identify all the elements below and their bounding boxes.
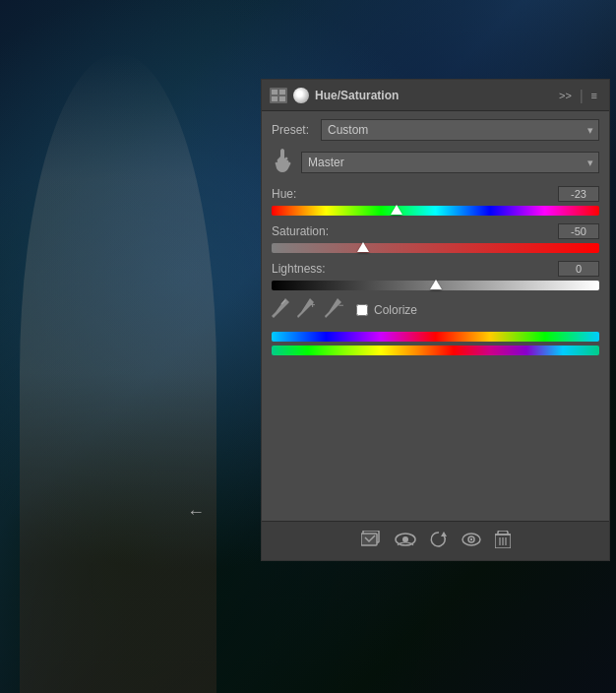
hue-value[interactable] <box>558 186 599 202</box>
preset-row: Preset: CustomDefaultCyanotypeIncrease C… <box>272 119 599 141</box>
clip-to-layer-button[interactable] <box>361 531 381 552</box>
channel-row: MasterRedsYellowsGreensCyansBluesMagenta… <box>272 149 599 176</box>
lightness-header: Lightness: <box>272 261 599 277</box>
lightness-track[interactable] <box>272 281 599 290</box>
separator: | <box>580 88 584 103</box>
hue-ramp-bottom <box>272 346 599 355</box>
properties-panel: Hue/Saturation >> | ≡ Preset: CustomDefa… <box>261 79 610 561</box>
delete-button[interactable] <box>495 531 511 552</box>
svg-text:+: + <box>310 300 315 310</box>
svg-text:−: − <box>339 300 343 310</box>
hue-slider-section: Hue: <box>272 186 599 216</box>
hue-thumb[interactable] <box>391 205 402 215</box>
svg-point-15 <box>469 537 471 539</box>
svg-marker-12 <box>441 532 447 536</box>
lightness-label: Lightness: <box>272 262 326 276</box>
hue-track[interactable] <box>272 206 599 216</box>
saturation-label: Saturation: <box>272 224 329 238</box>
arrow-indicator: ← <box>187 502 205 523</box>
saturation-value[interactable] <box>558 223 599 239</box>
preset-select-wrapper[interactable]: CustomDefaultCyanotypeIncrease ContrastO… <box>321 119 599 141</box>
colorize-checkbox[interactable] <box>356 304 368 316</box>
svg-rect-4 <box>279 96 285 101</box>
layer-icon <box>270 88 287 103</box>
eyedropper-tools: + − <box>272 298 344 322</box>
saturation-header: Saturation: <box>272 223 599 239</box>
figure-silhouette <box>20 53 216 693</box>
expand-button[interactable]: >> <box>555 88 576 103</box>
panel-header: Hue/Saturation >> | ≡ <box>262 80 609 111</box>
visibility-button[interactable] <box>395 532 416 551</box>
colorize-label: Colorize <box>374 303 417 317</box>
channel-select-wrapper[interactable]: MasterRedsYellowsGreensCyansBluesMagenta… <box>301 152 599 173</box>
svg-rect-3 <box>279 90 285 94</box>
hue-sat-icon <box>293 88 309 103</box>
panel-title: Hue/Saturation <box>315 89 399 102</box>
finger-tool-icon[interactable] <box>272 149 295 176</box>
color-ramps <box>272 332 599 355</box>
svg-point-11 <box>402 536 408 542</box>
lightness-thumb[interactable] <box>430 280 442 289</box>
saturation-track[interactable] <box>272 243 599 253</box>
preset-label: Preset: <box>272 123 321 137</box>
svg-rect-2 <box>272 96 277 101</box>
panel-body: Preset: CustomDefaultCyanotypeIncrease C… <box>262 111 609 375</box>
saturation-thumb[interactable] <box>357 242 369 252</box>
channel-select[interactable]: MasterRedsYellowsGreensCyansBluesMagenta… <box>301 152 599 173</box>
bottom-toolbar <box>262 521 609 560</box>
colorize-group: Colorize <box>356 303 417 317</box>
hue-header: Hue: <box>272 186 599 202</box>
tools-colorize-row: + − Colorize <box>272 298 599 322</box>
preset-select[interactable]: CustomDefaultCyanotypeIncrease ContrastO… <box>321 119 599 141</box>
preview-button[interactable] <box>462 532 481 551</box>
eyedropper-plus-button[interactable]: + <box>297 298 317 322</box>
panel-header-left: Hue/Saturation <box>270 88 399 103</box>
lightness-value[interactable] <box>558 261 599 277</box>
eyedropper-minus-button[interactable]: − <box>325 298 344 322</box>
menu-button[interactable]: ≡ <box>587 88 601 103</box>
lightness-slider-section: Lightness: <box>272 261 599 290</box>
saturation-slider-section: Saturation: <box>272 223 599 253</box>
eyedropper-button[interactable] <box>272 298 289 322</box>
reset-button[interactable] <box>430 531 448 552</box>
hue-ramp-top <box>272 332 599 342</box>
svg-rect-1 <box>272 90 277 94</box>
panel-header-right: >> | ≡ <box>555 88 601 103</box>
hue-label: Hue: <box>272 187 296 201</box>
